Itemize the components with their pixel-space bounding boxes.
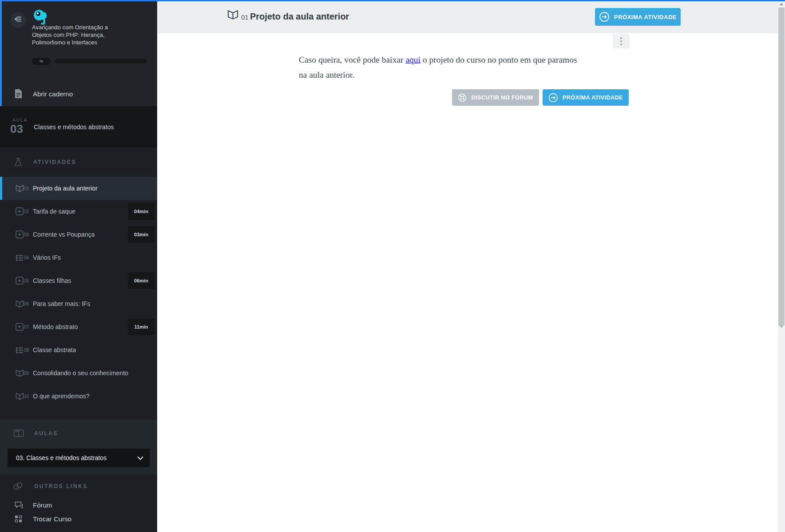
sidebar-item-open-notebook[interactable]: Abrir caderno — [0, 82, 157, 105]
arrow-right-circle-icon — [599, 12, 610, 22]
activity-item-3[interactable]: 03 Corrente vs Poupança 03min — [0, 223, 157, 246]
activities-section: ATIVIDADES 01 Projeto da aula anterior 0… — [0, 147, 157, 420]
course-title: Avançando com Orientação a Objetos com P… — [32, 24, 139, 46]
lesson-dropdown-value: 03. Classes e métodos abstratos — [16, 454, 107, 461]
open-notebook-label: Abrir caderno — [33, 90, 73, 98]
book-icon — [16, 300, 24, 308]
video-icon — [16, 277, 24, 285]
page: Avançando com Orientação a Objetos com P… — [0, 0, 785, 532]
list-icon — [16, 254, 24, 262]
activity-book-icon — [227, 10, 238, 22]
duration-badge: 03min — [128, 226, 155, 243]
activity-item-1[interactable]: 01 Projeto da aula anterior — [0, 177, 157, 200]
progress-percent-badge: % — [32, 58, 51, 65]
kebab-dot — [620, 44, 622, 45]
duration-badge: 06min — [128, 272, 155, 289]
activity-item-10[interactable]: 10 O que aprendemos? — [0, 385, 157, 408]
other-links-section-header: OUTROS LINKS — [0, 474, 157, 498]
book-icon — [16, 185, 24, 192]
next-activity-button-body[interactable]: PRÓXIMA ATIVIDADE — [543, 89, 629, 106]
activity-item-2[interactable]: 02 Tarifa de saque 04min — [0, 200, 157, 223]
more-options-button[interactable] — [613, 34, 630, 48]
duration-badge: 04min — [128, 203, 155, 220]
list-icon — [16, 346, 24, 354]
kebab-dot — [620, 37, 622, 39]
scrollbar-thumb[interactable] — [778, 8, 785, 326]
activity-item-9[interactable]: 09 Consolidando o seu conhecimento — [0, 361, 157, 385]
current-lesson-banner: AULA 03 Classes e métodos abstratos — [0, 106, 157, 147]
scrollbar-down-arrow-icon[interactable] — [780, 326, 783, 328]
lesson-dropdown[interactable]: 03. Classes e métodos abstratos — [8, 449, 150, 467]
book-icon — [16, 393, 24, 400]
video-icon — [16, 230, 24, 238]
activity-item-7[interactable]: 07 Método abstrato 11min — [0, 315, 157, 338]
left-accent-line — [0, 0, 2, 106]
activity-item-6[interactable]: 06 Para saber mais: IFs — [0, 292, 157, 315]
download-project-link[interactable]: aqui — [405, 55, 420, 64]
activity-item-8[interactable]: 08 Classe abstrata — [0, 338, 157, 361]
document-icon — [15, 89, 22, 98]
lesson-title: Classes e métodos abstratos — [34, 123, 114, 131]
page-title: Projeto da aula anterior — [250, 12, 349, 22]
sidebar-collapse-button[interactable] — [10, 12, 26, 28]
progress-bar — [55, 59, 147, 64]
kebab-dot — [620, 40, 622, 42]
lifebuoy-forum-icon — [458, 93, 467, 102]
sidebar-item-switch-course[interactable]: Trocar Curso — [0, 512, 157, 526]
video-icon — [16, 323, 24, 331]
forum-chat-icon — [15, 501, 24, 509]
video-icon — [16, 207, 24, 215]
flask-icon — [14, 158, 22, 167]
collapse-arrow-icon — [14, 15, 23, 25]
activity-item-5[interactable]: 05 Classes filhas 06min — [0, 269, 157, 292]
top-accent-line — [0, 0, 785, 1]
activities-section-header: ATIVIDADES — [0, 147, 157, 177]
scrollbar-up-arrow-icon[interactable] — [780, 3, 783, 5]
switch-course-icon — [15, 515, 22, 523]
other-links-section: OUTROS LINKS Fórum Trocar Curso — [0, 474, 157, 532]
activity-item-4[interactable]: 04 Vários IFs — [0, 246, 157, 269]
duration-badge: 11min — [128, 318, 155, 335]
activity-number: 01 — [241, 13, 249, 21]
sidebar-course-header: Avançando com Orientação a Objetos com P… — [0, 0, 157, 106]
arrow-right-circle-icon — [548, 93, 558, 103]
next-activity-button-header[interactable]: PRÓXIMA ATIVIDADE — [595, 8, 681, 26]
lessons-section-header: AULAS — [0, 420, 157, 447]
chevron-down-icon — [137, 456, 143, 460]
lesson-number: 03 — [10, 122, 23, 136]
lessons-section: AULAS 03. Classes e métodos abstratos — [0, 420, 157, 474]
book-icon — [16, 369, 24, 377]
sidebar: Avançando com Orientação a Objetos com P… — [0, 0, 157, 532]
link-icon — [12, 481, 23, 492]
sidebar-item-forum[interactable]: Fórum — [0, 498, 157, 512]
activity-paragraph: Caso queira, você pode baixar aqui o pro… — [299, 52, 585, 83]
discuss-forum-button[interactable]: DISCUTIR NO FORUM — [452, 89, 539, 106]
open-book-icon — [13, 429, 24, 438]
